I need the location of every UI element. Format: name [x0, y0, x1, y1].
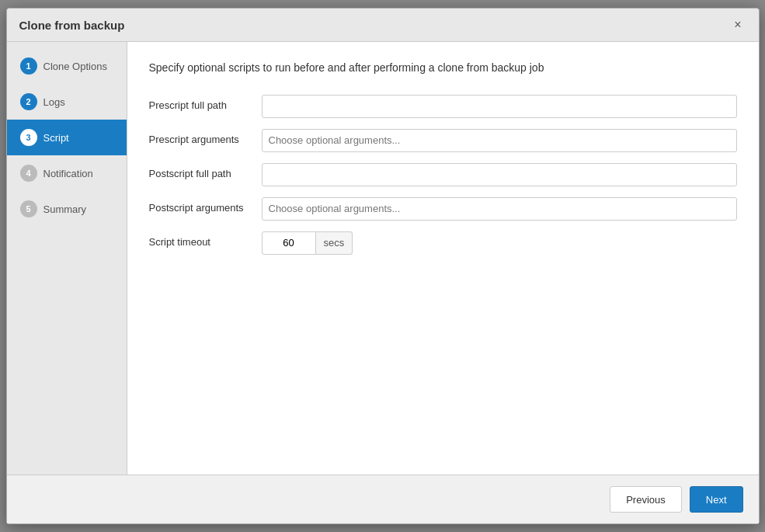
dialog-footer: Previous Next	[7, 475, 759, 523]
prescript-args-label: Prescript arguments	[149, 134, 262, 147]
main-content: Specify optional scripts to run before a…	[127, 42, 759, 475]
timeout-label: Script timeout	[149, 236, 262, 249]
step-badge-4: 4	[20, 165, 37, 182]
step-badge-2: 2	[20, 93, 37, 110]
prescript-path-input[interactable]	[262, 95, 737, 118]
postscript-path-label: Postscript full path	[149, 168, 262, 181]
sidebar-item-label-1: Clone Options	[43, 61, 107, 72]
sidebar-item-logs[interactable]: 2 Logs	[7, 84, 127, 120]
sidebar-item-summary[interactable]: 5 Summary	[7, 191, 127, 227]
timeout-input[interactable]	[262, 231, 316, 255]
sidebar-item-label-2: Logs	[43, 96, 65, 108]
postscript-args-row: Postscript arguments	[149, 197, 737, 221]
postscript-args-label: Postscript arguments	[149, 202, 262, 215]
dialog-body: 1 Clone Options 2 Logs 3 Script 4 Notifi…	[7, 42, 759, 475]
next-button[interactable]: Next	[690, 486, 743, 513]
sidebar-item-label-3: Script	[43, 132, 69, 144]
timeout-control: secs	[262, 231, 353, 255]
page-description: Specify optional scripts to run before a…	[149, 61, 737, 76]
close-button[interactable]: ×	[729, 16, 746, 33]
prescript-args-input[interactable]	[262, 129, 737, 152]
dialog-header: Clone from backup ×	[7, 9, 759, 42]
step-badge-5: 5	[20, 200, 37, 217]
timeout-unit: secs	[316, 231, 353, 255]
sidebar-item-clone-options[interactable]: 1 Clone Options	[7, 48, 127, 84]
sidebar-item-label-5: Summary	[43, 203, 87, 215]
sidebar: 1 Clone Options 2 Logs 3 Script 4 Notifi…	[7, 42, 127, 475]
step-badge-1: 1	[20, 57, 37, 75]
prescript-args-row: Prescript arguments	[149, 129, 737, 152]
script-timeout-row: Script timeout secs	[149, 231, 737, 255]
step-badge-3: 3	[20, 129, 37, 146]
sidebar-item-script[interactable]: 3 Script	[7, 120, 127, 155]
clone-from-backup-dialog: Clone from backup × 1 Clone Options 2 Lo…	[6, 8, 760, 524]
prescript-path-label: Prescript full path	[149, 99, 262, 113]
sidebar-item-label-4: Notification	[43, 168, 93, 179]
previous-button[interactable]: Previous	[610, 486, 682, 513]
postscript-path-row: Postscript full path	[149, 163, 737, 186]
postscript-path-input[interactable]	[262, 163, 737, 186]
dialog-title: Clone from backup	[19, 19, 125, 32]
sidebar-item-notification[interactable]: 4 Notification	[7, 155, 127, 191]
prescript-path-row: Prescript full path	[149, 95, 737, 118]
postscript-args-input[interactable]	[262, 197, 737, 221]
